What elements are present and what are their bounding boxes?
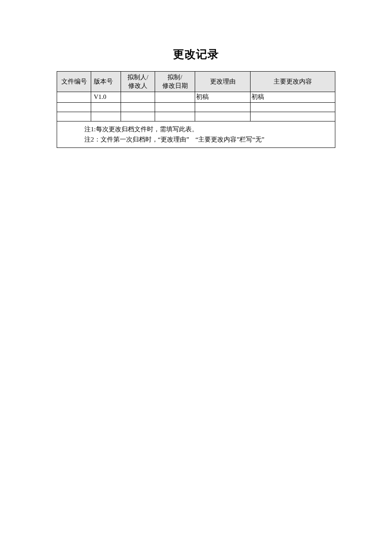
header-file-number: 文件编号 [57, 72, 91, 92]
header-author-line1: 拟制人/ [123, 73, 153, 82]
change-record-table-wrap: 文件编号 版本号 拟制人/ 修改人 拟制/ 修改日期 更改理由 主要更改内容 V… [57, 71, 335, 148]
cell-version: V1.0 [91, 92, 121, 103]
notes-row: 注1:每次更改归档文件时，需填写此表。 注2：文件第一次归档时，“更改理由” “… [57, 121, 335, 148]
table-row: V1.0 初稿 初稿 [57, 92, 335, 103]
cell-version [91, 112, 121, 121]
cell-reason [195, 112, 251, 121]
change-record-table: 文件编号 版本号 拟制人/ 修改人 拟制/ 修改日期 更改理由 主要更改内容 V… [57, 71, 335, 148]
cell-file-number [57, 112, 91, 121]
header-reason: 更改理由 [195, 72, 251, 92]
header-author-line2: 修改人 [123, 82, 153, 90]
cell-author [121, 112, 155, 121]
notes-cell: 注1:每次更改归档文件时，需填写此表。 注2：文件第一次归档时，“更改理由” “… [57, 121, 335, 148]
header-author: 拟制人/ 修改人 [121, 72, 155, 92]
cell-content [251, 112, 335, 121]
cell-author [121, 92, 155, 103]
table-header-row: 文件编号 版本号 拟制人/ 修改人 拟制/ 修改日期 更改理由 主要更改内容 [57, 72, 335, 92]
cell-date [155, 112, 195, 121]
cell-reason [195, 102, 251, 112]
cell-content: 初稿 [251, 92, 335, 103]
cell-date [155, 102, 195, 112]
table-row [57, 112, 335, 121]
cell-file-number [57, 92, 91, 103]
note-2: 注2：文件第一次归档时，“更改理由” “主要更改内容”栏写“无” [59, 134, 333, 145]
document-title: 更改记录 [0, 47, 392, 62]
cell-file-number [57, 102, 91, 112]
cell-version [91, 102, 121, 112]
cell-reason: 初稿 [195, 92, 251, 103]
table-row [57, 102, 335, 112]
cell-content [251, 102, 335, 112]
note-1: 注1:每次更改归档文件时，需填写此表。 [59, 124, 333, 135]
header-date: 拟制/ 修改日期 [155, 72, 195, 92]
header-date-line2: 修改日期 [157, 82, 193, 90]
cell-author [121, 102, 155, 112]
header-date-line1: 拟制/ [157, 73, 193, 82]
header-version: 版本号 [91, 72, 121, 92]
header-content: 主要更改内容 [251, 72, 335, 92]
cell-date [155, 92, 195, 103]
